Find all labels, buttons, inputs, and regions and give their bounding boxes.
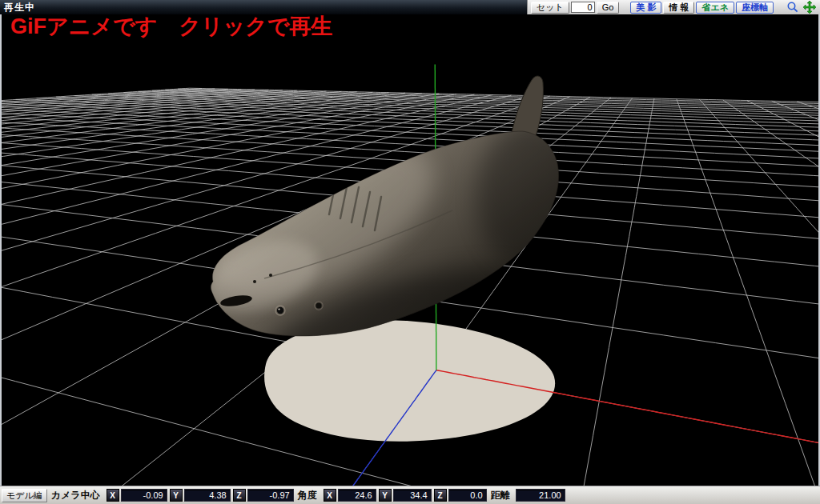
- camera-center-x-field[interactable]: -0.09: [121, 489, 167, 502]
- go-button[interactable]: Go: [597, 2, 620, 14]
- statusbar: モデル編 カメラ中心 X -0.09 Y 4.38 Z -0.97 角度 X 2…: [0, 486, 820, 504]
- eco-button[interactable]: 省エネ: [696, 2, 734, 14]
- model-edit-button[interactable]: モデル編: [2, 489, 47, 502]
- titlebar: 再生中 セット Go 美 影 情 報 省エネ 座標軸: [0, 0, 820, 14]
- angle-x-tag: X: [324, 489, 336, 502]
- angle-y-tag: Y: [379, 489, 392, 502]
- fish-eye-right: [316, 302, 321, 308]
- angle-z-tag: Z: [434, 489, 447, 502]
- beauty-shadow-button[interactable]: 美 影: [630, 2, 661, 14]
- distance-label: 距離: [491, 489, 510, 502]
- distance-field[interactable]: 21.00: [516, 489, 565, 502]
- fish-eye-left: [277, 307, 283, 314]
- playback-status: 再生中: [4, 1, 35, 14]
- window-frame-left: [0, 14, 2, 486]
- toolbar: セット Go 美 影 情 報 省エネ 座標軸: [527, 0, 820, 14]
- zoom-icon[interactable]: [785, 1, 800, 14]
- camera-center-x-tag: X: [107, 489, 119, 502]
- model-shadow: [264, 320, 555, 442]
- viewport-3d[interactable]: GiFアニメです クリックで再生: [0, 14, 820, 486]
- camera-center-y-tag: Y: [170, 489, 183, 502]
- info-button[interactable]: 情 報: [663, 2, 694, 14]
- fish-nostril: [269, 274, 272, 277]
- frame-input[interactable]: [571, 2, 595, 13]
- angle-y-field[interactable]: 34.4: [393, 489, 432, 502]
- fish-nostril: [253, 280, 256, 283]
- angle-z-field[interactable]: 0.0: [448, 489, 487, 502]
- app-window: 再生中 セット Go 美 影 情 報 省エネ 座標軸: [0, 0, 820, 504]
- axes-button[interactable]: 座標軸: [736, 2, 774, 14]
- gif-caption: GiFアニメです クリックで再生: [10, 14, 332, 39]
- angle-x-field[interactable]: 24.6: [338, 489, 376, 502]
- camera-center-z-tag: Z: [233, 489, 246, 502]
- pan-icon[interactable]: [802, 1, 817, 14]
- angle-label: 角度: [298, 489, 317, 502]
- camera-center-z-field[interactable]: -0.97: [247, 489, 294, 502]
- scene-svg[interactable]: [0, 14, 820, 486]
- camera-center-y-field[interactable]: 4.38: [184, 489, 231, 502]
- camera-center-label: カメラ中心: [51, 489, 100, 502]
- set-button[interactable]: セット: [531, 2, 569, 14]
